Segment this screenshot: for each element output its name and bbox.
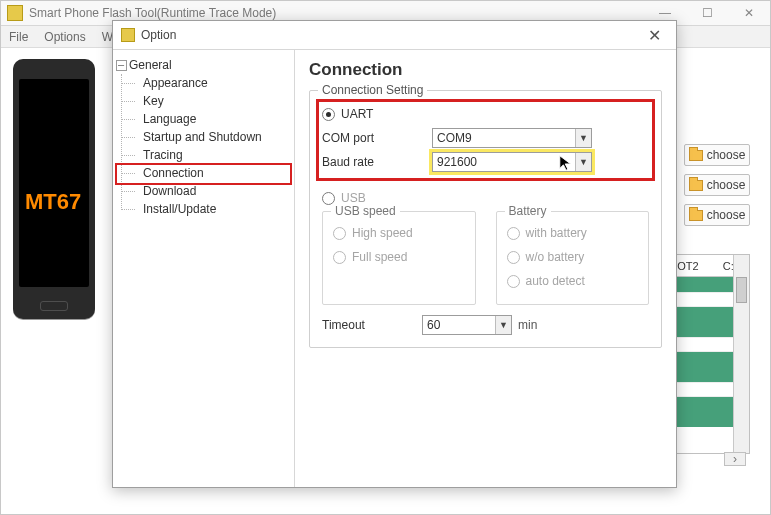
choose-label: choose (707, 208, 746, 222)
uart-radio-row[interactable]: UART (322, 103, 649, 125)
com-port-label: COM port (322, 131, 432, 145)
usb-full-speed-row: Full speed (333, 246, 465, 268)
menu-options[interactable]: Options (44, 30, 85, 44)
folder-icon (689, 210, 703, 221)
tree-root-general[interactable]: General (113, 56, 294, 74)
timeout-row: Timeout 60 ▼ min (322, 315, 649, 335)
main-title: Smart Phone Flash Tool(Runtime Trace Mod… (29, 6, 276, 20)
choose-button[interactable]: choose (684, 144, 750, 166)
choose-button[interactable]: choose (684, 204, 750, 226)
vertical-scrollbar[interactable] (733, 255, 749, 453)
com-port-select[interactable]: COM9 ▼ (432, 128, 592, 148)
dialog-close-button[interactable]: ✕ (632, 21, 676, 49)
option-dialog: Option ✕ General Appearance Key Language… (112, 20, 677, 488)
battery-group: Battery with battery w/o battery auto de… (496, 211, 650, 305)
baud-rate-row: Baud rate 921600 ▼ (322, 151, 649, 173)
usb-speed-legend: USB speed (331, 204, 400, 218)
choose-label: choose (707, 148, 746, 162)
timeout-value: 60 (423, 318, 495, 332)
tree-item-label: Appearance (143, 76, 208, 90)
usb-subgroups: USB speed High speed Full speed Battery (322, 211, 649, 305)
battery-without-label: w/o battery (526, 250, 585, 264)
tree-item-label: Install/Update (143, 202, 216, 216)
connection-setting-fieldset: Connection Setting UART COM port COM9 ▼ … (309, 90, 662, 348)
timeout-unit: min (518, 318, 537, 332)
chevron-down-icon[interactable]: ▼ (575, 129, 591, 147)
timeout-label: Timeout (322, 318, 422, 332)
app-icon (7, 5, 23, 21)
battery-auto-row: auto detect (507, 270, 639, 292)
scroll-thumb[interactable] (736, 277, 747, 303)
device-home-button (40, 301, 68, 311)
usb-high-speed-radio (333, 227, 346, 240)
connection-panel: Connection Connection Setting UART COM p… (295, 50, 676, 487)
tree-item-tracing[interactable]: Tracing (135, 146, 294, 164)
battery-auto-radio (507, 275, 520, 288)
com-port-row: COM port COM9 ▼ (322, 127, 649, 149)
device-screen-text: MT67 (13, 189, 95, 215)
tree-item-appearance[interactable]: Appearance (135, 74, 294, 92)
chevron-down-icon[interactable]: ▼ (575, 153, 591, 171)
battery-legend: Battery (505, 204, 551, 218)
choose-button[interactable]: choose (684, 174, 750, 196)
menu-file[interactable]: File (9, 30, 28, 44)
folder-icon (689, 150, 703, 161)
tree-item-label: Key (143, 94, 164, 108)
maximize-button[interactable]: ☐ (686, 1, 728, 26)
tree-children: Appearance Key Language Startup and Shut… (113, 74, 294, 218)
com-port-value: COM9 (433, 131, 575, 145)
dialog-icon (121, 28, 135, 42)
usb-high-speed-row: High speed (333, 222, 465, 244)
close-button[interactable]: ✕ (728, 1, 770, 26)
tree-item-startup-shutdown[interactable]: Startup and Shutdown (135, 128, 294, 146)
folder-icon (689, 180, 703, 191)
choose-button-column: choose choose choose (684, 144, 750, 226)
tree-item-download[interactable]: Download (135, 182, 294, 200)
tree-item-label: Tracing (143, 148, 183, 162)
tree-item-label: Startup and Shutdown (143, 130, 262, 144)
tree-item-label: Language (143, 112, 196, 126)
usb-high-speed-label: High speed (352, 226, 413, 240)
tree-item-connection[interactable]: Connection (135, 164, 294, 182)
baud-rate-select[interactable]: 921600 ▼ (432, 152, 592, 172)
tree-item-label: Connection (143, 166, 204, 180)
dialog-titlebar: Option ✕ (113, 21, 676, 49)
battery-with-row: with battery (507, 222, 639, 244)
battery-with-label: with battery (526, 226, 587, 240)
horizontal-scroll-right[interactable]: › (724, 452, 746, 466)
dialog-title: Option (141, 28, 176, 42)
chevron-down-icon[interactable]: ▼ (495, 316, 511, 334)
usb-label: USB (341, 191, 366, 205)
usb-full-speed-label: Full speed (352, 250, 407, 264)
tree-root-label: General (129, 58, 172, 72)
panel-heading: Connection (309, 60, 662, 80)
choose-label: choose (707, 178, 746, 192)
table-col: OT2 (677, 260, 698, 272)
battery-with-radio (507, 227, 520, 240)
battery-without-row: w/o battery (507, 246, 639, 268)
options-tree: General Appearance Key Language Startup … (113, 50, 295, 487)
uart-label: UART (341, 107, 373, 121)
battery-without-radio (507, 251, 520, 264)
dialog-body: General Appearance Key Language Startup … (113, 49, 676, 487)
device-image: MT67 (13, 59, 95, 319)
baud-rate-label: Baud rate (322, 155, 432, 169)
fieldset-legend: Connection Setting (318, 83, 427, 97)
tree-item-key[interactable]: Key (135, 92, 294, 110)
usb-radio[interactable] (322, 192, 335, 205)
tree-item-language[interactable]: Language (135, 110, 294, 128)
timeout-select[interactable]: 60 ▼ (422, 315, 512, 335)
battery-auto-label: auto detect (526, 274, 585, 288)
uart-radio[interactable] (322, 108, 335, 121)
baud-rate-value: 921600 (433, 155, 575, 169)
usb-full-speed-radio (333, 251, 346, 264)
tree-item-install-update[interactable]: Install/Update (135, 200, 294, 218)
usb-speed-group: USB speed High speed Full speed (322, 211, 476, 305)
tree-item-label: Download (143, 184, 196, 198)
